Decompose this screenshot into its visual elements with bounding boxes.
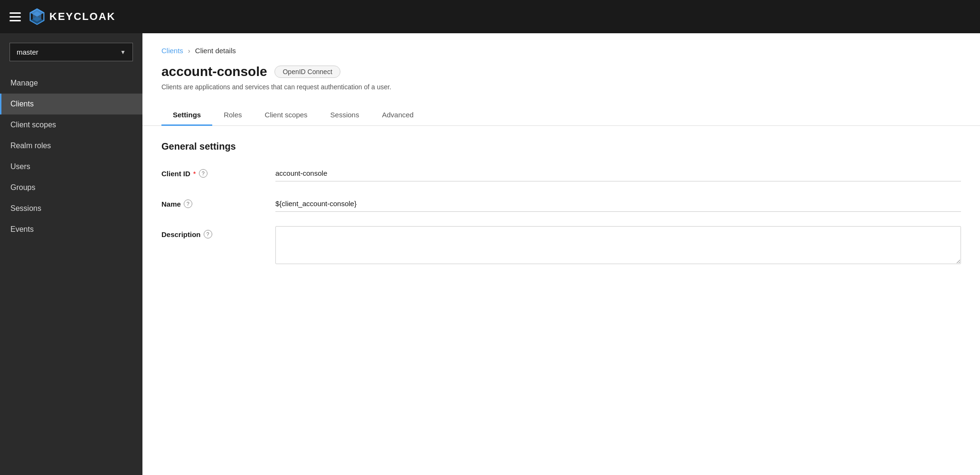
page-header: account-console OpenID Connect bbox=[142, 59, 980, 79]
description-textarea[interactable] bbox=[275, 226, 961, 264]
svg-marker-3 bbox=[30, 17, 44, 24]
tab-sessions[interactable]: Sessions bbox=[319, 105, 371, 126]
sidebar-item-users[interactable]: Users bbox=[0, 156, 142, 177]
page-subtitle: Clients are applications and services th… bbox=[142, 79, 980, 91]
app-layout: master ▼ Manage Clients Client scopes Re… bbox=[0, 33, 980, 475]
name-input-area bbox=[275, 196, 961, 212]
description-label-area: Description ? bbox=[161, 226, 266, 238]
section-title: General settings bbox=[161, 141, 961, 152]
tab-roles[interactable]: Roles bbox=[212, 105, 253, 126]
keycloak-logo-icon bbox=[28, 8, 46, 25]
client-id-label-area: Client ID * ? bbox=[161, 165, 266, 178]
breadcrumb-current: Client details bbox=[195, 47, 236, 55]
name-label: Name bbox=[161, 200, 181, 208]
sidebar-item-clients[interactable]: Clients bbox=[0, 94, 142, 114]
logo-text: KEYCLOAK bbox=[49, 10, 115, 23]
tabs: Settings Roles Client scopes Sessions Ad… bbox=[142, 95, 980, 126]
navbar: KEYCLOAK bbox=[0, 0, 980, 33]
page-title: account-console bbox=[161, 64, 267, 79]
breadcrumb-clients-link[interactable]: Clients bbox=[161, 47, 183, 55]
breadcrumb-separator: › bbox=[188, 47, 190, 55]
name-help-icon[interactable]: ? bbox=[184, 200, 192, 208]
description-input-area bbox=[275, 226, 961, 266]
name-label-area: Name ? bbox=[161, 196, 266, 208]
logo-area: KEYCLOAK bbox=[28, 8, 115, 25]
name-input[interactable] bbox=[275, 196, 961, 212]
description-help-icon[interactable]: ? bbox=[204, 230, 212, 238]
main-content: Clients › Client details account-console… bbox=[142, 33, 980, 475]
tab-advanced[interactable]: Advanced bbox=[370, 105, 425, 126]
sidebar-item-groups[interactable]: Groups bbox=[0, 177, 142, 198]
realm-name: master bbox=[17, 48, 38, 56]
sidebar-item-events[interactable]: Events bbox=[0, 219, 142, 240]
client-id-help-icon[interactable]: ? bbox=[199, 169, 207, 178]
client-id-input-area bbox=[275, 165, 961, 181]
tab-settings[interactable]: Settings bbox=[161, 105, 212, 126]
tab-client-scopes[interactable]: Client scopes bbox=[254, 105, 319, 126]
svg-marker-2 bbox=[30, 9, 44, 17]
general-settings-section: General settings Client ID * ? Name ? bbox=[142, 126, 980, 295]
breadcrumb: Clients › Client details bbox=[142, 33, 980, 59]
description-label: Description bbox=[161, 230, 201, 238]
client-id-field: Client ID * ? bbox=[161, 165, 961, 181]
sidebar: master ▼ Manage Clients Client scopes Re… bbox=[0, 33, 142, 475]
realm-dropdown-arrow: ▼ bbox=[120, 49, 126, 56]
hamburger-menu[interactable] bbox=[9, 12, 21, 21]
client-id-required: * bbox=[193, 170, 196, 178]
sidebar-item-client-scopes[interactable]: Client scopes bbox=[0, 114, 142, 135]
name-field: Name ? bbox=[161, 196, 961, 212]
realm-selector[interactable]: master ▼ bbox=[9, 43, 133, 61]
client-id-label: Client ID bbox=[161, 170, 190, 178]
sidebar-item-manage[interactable]: Manage bbox=[0, 73, 142, 94]
sidebar-item-sessions[interactable]: Sessions bbox=[0, 198, 142, 219]
description-field: Description ? bbox=[161, 226, 961, 266]
sidebar-item-realm-roles[interactable]: Realm roles bbox=[0, 135, 142, 156]
client-id-input[interactable] bbox=[275, 165, 961, 181]
protocol-badge: OpenID Connect bbox=[274, 66, 340, 78]
